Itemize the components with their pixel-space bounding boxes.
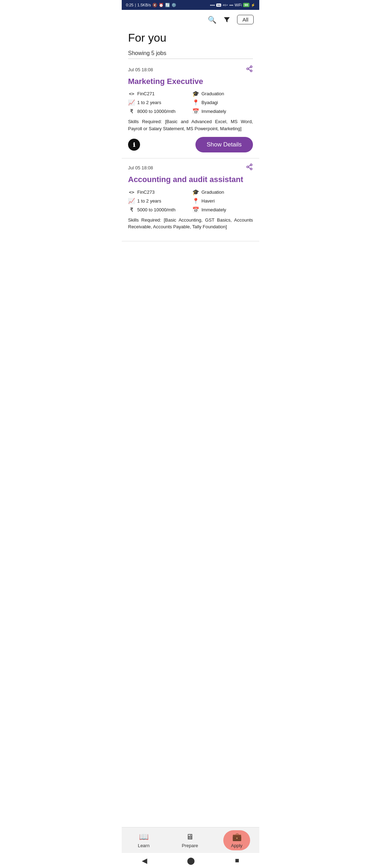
- location-icon-1: 📍: [192, 99, 199, 106]
- joining-text-2: Immediately: [201, 207, 226, 212]
- job-title-2: Accounting and audit assistant: [128, 175, 253, 184]
- experience-text-1: 1 to 2 years: [137, 100, 161, 105]
- section-divider: [128, 59, 253, 59]
- calendar-icon-1: 📅: [192, 108, 199, 115]
- skills-text-2: Skills Required: [Basic Accounting, GST …: [128, 217, 253, 230]
- skills-text-1: Skills Required: [Basic and Advanced Exc…: [128, 118, 253, 132]
- job-details-grid-2: <> FinC273 🎓 Graduation 📈 1 to 2 years 📍…: [128, 189, 253, 213]
- all-filter-button[interactable]: All: [237, 15, 254, 24]
- status-right: ▪▪▪▪ Vo 4G+ ▪▪▪ WiFi 98 ⚡: [210, 3, 255, 7]
- job-card-2: Jul 05 18:08 Accounting and audit assist…: [122, 158, 259, 241]
- svg-point-8: [250, 168, 252, 170]
- location-text-1: Byadagi: [201, 100, 218, 105]
- settings-icon: ⚙️: [171, 3, 176, 7]
- location-detail-1: 📍 Byadagi: [192, 99, 253, 106]
- charging-icon: ⚡: [251, 3, 255, 7]
- svg-point-3: [250, 70, 252, 72]
- company-detail-1: <> FinC271: [128, 90, 189, 97]
- location-text-2: Haveri: [201, 198, 215, 204]
- job-details-grid-1: <> FinC271 🎓 Graduation 📈 1 to 2 years 📍…: [128, 90, 253, 115]
- experience-detail-1: 📈 1 to 2 years: [128, 99, 189, 106]
- job-card-1: Jul 05 18:08 Marketing Executive <> FinC…: [122, 60, 259, 158]
- svg-marker-0: [224, 17, 230, 22]
- battery-level: 98: [243, 3, 249, 7]
- status-left: 0:25 | 1.5KB/s 🔇 ⏰ 🔄 ⚙️: [126, 3, 176, 7]
- salary-detail-1: ₹ 8000 to 10000/mth: [128, 108, 189, 115]
- status-bar: 0:25 | 1.5KB/s 🔇 ⏰ 🔄 ⚙️ ▪▪▪▪ Vo 4G+ ▪▪▪ …: [122, 0, 259, 10]
- salary-icon-1: ₹: [128, 108, 135, 115]
- joining-detail-1: 📅 Immediately: [192, 108, 253, 115]
- share-button-1[interactable]: [246, 65, 253, 74]
- top-action-bar: 🔍 All: [122, 10, 259, 28]
- svg-point-2: [247, 68, 249, 70]
- show-details-button-1[interactable]: Show Details: [195, 137, 253, 152]
- education-detail-2: 🎓 Graduation: [192, 189, 253, 195]
- network-type-icon: 4G+: [223, 4, 228, 7]
- svg-line-4: [248, 69, 250, 70]
- job-date-1: Jul 05 18:08: [128, 67, 153, 72]
- salary-icon-2: ₹: [128, 206, 135, 213]
- card-meta-row-1: Jul 05 18:08: [128, 65, 253, 74]
- card-meta-row-2: Jul 05 18:08: [128, 163, 253, 172]
- svg-line-5: [248, 67, 250, 68]
- svg-point-6: [250, 164, 252, 166]
- svg-line-10: [248, 165, 250, 167]
- signal2-icon: ▪▪▪: [229, 3, 233, 7]
- data-speed: 1.5KB/s: [137, 3, 151, 7]
- code-icon-1: <>: [128, 91, 135, 96]
- salary-text-2: 5000 to 10000/mth: [137, 207, 175, 212]
- calendar-icon-2: 📅: [192, 206, 199, 213]
- experience-icon-2: 📈: [128, 198, 135, 204]
- speed: |: [135, 3, 136, 7]
- alarm-icon: ⏰: [159, 3, 164, 7]
- time: 0:25: [126, 3, 133, 7]
- sync-icon: 🔄: [165, 3, 170, 7]
- location-detail-2: 📍 Haveri: [192, 198, 253, 204]
- education-detail-1: 🎓 Graduation: [192, 90, 253, 97]
- code-icon-2: <>: [128, 189, 135, 195]
- salary-text-1: 8000 to 10000/mth: [137, 109, 175, 114]
- joining-text-1: Immediately: [201, 109, 226, 114]
- page-title-section: For you Showing 5 jobs: [122, 28, 259, 60]
- joining-detail-2: 📅 Immediately: [192, 206, 253, 213]
- experience-text-2: 1 to 2 years: [137, 198, 161, 204]
- job-title-1: Marketing Executive: [128, 77, 253, 86]
- experience-detail-2: 📈 1 to 2 years: [128, 198, 189, 204]
- salary-detail-2: ₹ 5000 to 10000/mth: [128, 206, 189, 213]
- filter-button[interactable]: [223, 16, 231, 24]
- graduation-icon-2: 🎓: [192, 189, 199, 195]
- education-text-2: Graduation: [201, 189, 224, 195]
- location-icon-2: 📍: [192, 198, 199, 204]
- svg-line-9: [248, 168, 250, 169]
- wifi-icon: WiFi: [235, 3, 242, 7]
- info-button-1[interactable]: ℹ: [128, 139, 140, 151]
- share-button-2[interactable]: [246, 163, 253, 172]
- showing-jobs-text: Showing 5 jobs: [128, 47, 253, 59]
- card-actions-1: ℹ Show Details: [128, 137, 253, 152]
- company-name-1: FinC271: [137, 91, 155, 96]
- signal-icon: ▪▪▪▪: [210, 3, 215, 7]
- search-button[interactable]: 🔍: [208, 16, 217, 24]
- company-name-2: FinC273: [137, 189, 155, 195]
- mute-icon: 🔇: [152, 3, 157, 7]
- volte-icon: Vo: [216, 4, 221, 7]
- company-detail-2: <> FinC273: [128, 189, 189, 195]
- job-date-2: Jul 05 18:08: [128, 165, 153, 170]
- svg-point-7: [247, 166, 249, 168]
- svg-point-1: [250, 66, 252, 68]
- experience-icon-1: 📈: [128, 99, 135, 106]
- graduation-icon-1: 🎓: [192, 90, 199, 97]
- page-title: For you: [128, 31, 253, 44]
- education-text-1: Graduation: [201, 91, 224, 96]
